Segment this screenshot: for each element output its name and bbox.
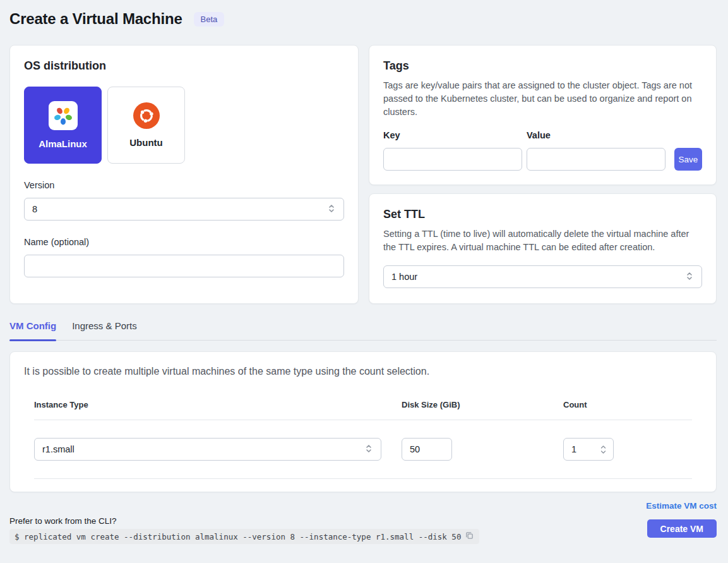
os-distribution-card: OS distribution AlmaLinux: [9, 45, 359, 304]
ubuntu-icon: [133, 102, 160, 129]
version-label: Version: [24, 180, 344, 190]
column-header-disk-size: Disk Size (GiB): [402, 400, 563, 409]
instance-type-value: r1.small: [42, 444, 75, 454]
tab-ingress-ports[interactable]: Ingress & Ports: [72, 320, 137, 340]
stepper-arrows-icon[interactable]: [600, 445, 607, 454]
tab-vm-config[interactable]: VM Config: [9, 320, 56, 340]
copy-cli-button[interactable]: [465, 531, 474, 542]
vm-table-row: r1.small: [34, 420, 692, 479]
os-tile-ubuntu-label: Ubuntu: [129, 137, 162, 148]
column-header-count: Count: [563, 400, 620, 409]
page-header: Create a Virtual Machine Beta: [9, 9, 717, 28]
cli-command: $ replicated vm create --distribution al…: [15, 532, 461, 542]
top-cards-row: OS distribution AlmaLinux: [9, 45, 717, 304]
vm-config-card: It is possible to create multiple virtua…: [9, 351, 717, 492]
ttl-select[interactable]: 1 hour: [383, 265, 702, 288]
disk-size-input[interactable]: [402, 438, 452, 461]
ttl-description: Setting a TTL (time to live) will automa…: [383, 227, 702, 254]
save-tag-button[interactable]: Save: [674, 148, 702, 171]
page-footer: Prefer to work from the CLI? $ replicate…: [9, 501, 717, 544]
vm-config-intro: It is possible to create multiple virtua…: [24, 366, 702, 377]
tag-key-input[interactable]: [383, 148, 522, 171]
chevron-updown-icon: [685, 271, 694, 283]
vm-table: Instance Type Disk Size (GiB) Count r1.s…: [24, 400, 702, 479]
tags-description: Tags are key/value pairs that are assign…: [383, 79, 702, 119]
tag-value-field: Value: [527, 130, 665, 171]
copy-icon: [465, 531, 474, 542]
vm-name-input[interactable]: [24, 255, 344, 277]
tag-value-label: Value: [527, 130, 665, 140]
count-input[interactable]: [565, 444, 587, 454]
os-tile-almalinux-label: AlmaLinux: [39, 138, 87, 149]
set-ttl-card: Set TTL Setting a TTL (time to live) wil…: [369, 193, 717, 304]
footer-actions: Estimate VM cost Create VM: [646, 501, 717, 538]
right-column: Tags Tags are key/value pairs that are a…: [369, 45, 717, 304]
version-select[interactable]: 8: [24, 198, 344, 221]
tag-key-field: Key: [383, 130, 522, 171]
create-vm-page: Create a Virtual Machine Beta OS distrib…: [0, 0, 728, 544]
config-tabs: VM Config Ingress & Ports: [9, 320, 717, 341]
column-header-instance-type: Instance Type: [34, 400, 381, 409]
count-stepper[interactable]: [563, 438, 614, 461]
create-vm-button[interactable]: Create VM: [647, 519, 717, 538]
os-tile-ubuntu[interactable]: Ubuntu: [107, 87, 185, 164]
almalinux-icon: [49, 101, 78, 130]
tags-form: Key Value Save: [383, 130, 702, 171]
vm-name-label: Name (optional): [24, 237, 344, 247]
chevron-updown-icon: [364, 444, 373, 456]
ttl-select-value: 1 hour: [391, 272, 417, 282]
ttl-card-title: Set TTL: [383, 208, 702, 221]
tag-key-label: Key: [383, 130, 522, 140]
os-tiles: AlmaLinux Ubuntu: [24, 87, 344, 164]
version-select-value: 8: [32, 204, 37, 214]
tags-card: Tags Tags are key/value pairs that are a…: [369, 45, 717, 185]
tag-value-input[interactable]: [527, 148, 665, 171]
instance-type-select[interactable]: r1.small: [34, 438, 381, 461]
cli-prompt: Prefer to work from the CLI?: [9, 516, 479, 526]
tags-card-title: Tags: [383, 59, 702, 73]
beta-badge: Beta: [194, 12, 225, 27]
os-tile-almalinux[interactable]: AlmaLinux: [24, 87, 102, 164]
cli-block: Prefer to work from the CLI? $ replicate…: [9, 516, 479, 544]
os-card-title: OS distribution: [24, 59, 344, 73]
cli-command-box: $ replicated vm create --distribution al…: [9, 529, 479, 544]
estimate-vm-cost-link[interactable]: Estimate VM cost: [646, 501, 717, 511]
chevron-updown-icon: [327, 203, 336, 215]
vm-table-header: Instance Type Disk Size (GiB) Count: [34, 400, 692, 420]
page-title: Create a Virtual Machine: [9, 10, 182, 28]
